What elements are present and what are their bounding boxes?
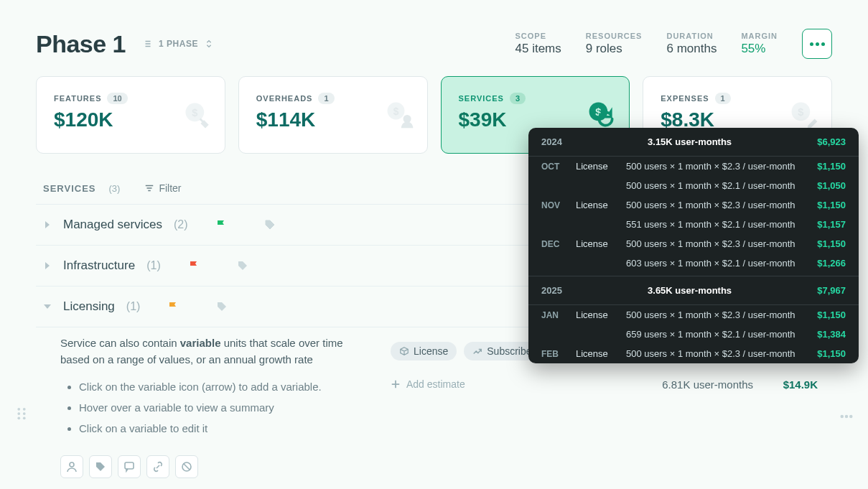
popover-desc: 500 users × 1 month × $2.3 / user-month (626, 161, 806, 172)
card-label: SERVICES (459, 94, 504, 103)
tag-button[interactable] (89, 455, 112, 478)
detail-text: Service can also contain variable units … (60, 335, 362, 478)
person-dollar-icon: $ (384, 99, 416, 131)
popover-value: $1,150 (806, 161, 846, 172)
stat-label: RESOURCES (586, 32, 643, 40)
card-features[interactable]: FEATURES 10 $120K $ (36, 76, 225, 154)
list-icon (143, 39, 153, 49)
stat-value: 9 roles (586, 42, 643, 56)
svg-text:$: $ (798, 106, 803, 118)
asterisk-icon[interactable] (213, 260, 224, 271)
card-overheads[interactable]: OVERHEADS 1 $114K $ (238, 76, 428, 154)
stat-label: DURATION (666, 32, 717, 40)
refresh-dollar-icon: $ (586, 99, 617, 131)
card-count: 1 (318, 93, 334, 104)
popover-month: FEB (541, 349, 576, 359)
detail-actions (60, 455, 362, 478)
chevron-right-icon[interactable] (43, 220, 52, 229)
stat-scope: SCOPE 45 items (515, 32, 561, 56)
variable-summary-popover: 2024 3.15K user-months $6,923 OCTLicense… (528, 128, 859, 363)
popover-category: License (576, 238, 626, 249)
svg-point-12 (17, 408, 20, 411)
comment-button[interactable] (118, 455, 141, 478)
chevron-down-icon[interactable] (43, 302, 52, 311)
tag-icon[interactable] (237, 260, 248, 271)
stat-resources: RESOURCES 9 roles (586, 32, 643, 56)
tag-license[interactable]: License (391, 342, 457, 360)
row-icons (188, 260, 248, 271)
popover-value: $1,157 (806, 219, 846, 230)
bullet: Click on a variable to edit it (79, 420, 362, 437)
stat-label: MARGIN (741, 32, 778, 40)
popover-value: $1,150 (806, 200, 846, 210)
popover-value: $1,150 (806, 348, 846, 359)
tag-icon[interactable] (216, 301, 228, 312)
header-right: SCOPE 45 items RESOURCES 9 roles DURATIO… (515, 29, 832, 59)
svg-point-17 (23, 416, 26, 419)
stat-label: SCOPE (515, 32, 561, 40)
card-label: EXPENSES (661, 94, 709, 103)
flag-icon[interactable] (188, 260, 200, 271)
popover-desc: 500 users × 1 month × $2.3 / user-month (626, 200, 806, 210)
detail-text-b: variable (180, 337, 221, 349)
popover-year-row: 2025 3.65K user-months $7,967 (528, 276, 859, 305)
service-count: (1) (146, 259, 161, 272)
svg-point-18 (841, 415, 844, 419)
filter-button[interactable]: Filter (144, 182, 181, 194)
popover-year-units: 3.15K user-months (648, 136, 732, 147)
bullet: Click on the variable icon (arrow) to ad… (79, 378, 362, 395)
popover-year-row: 2024 3.15K user-months $6,923 (528, 128, 859, 157)
popover-value: $1,384 (806, 329, 846, 340)
filter-label: Filter (159, 182, 181, 194)
popover-line: 659 users × 1 month × $2.1 / user-month$… (528, 325, 859, 344)
header-left: Phase 1 1 PHASE (36, 30, 214, 58)
stat-value: 6 months (666, 42, 717, 56)
popover-line: DECLicense500 users × 1 month × $2.3 / u… (528, 234, 859, 253)
row-icons (215, 219, 276, 230)
trend-up-icon (472, 346, 482, 356)
card-label: FEATURES (54, 94, 101, 103)
svg-point-15 (23, 412, 26, 415)
block-button[interactable] (175, 455, 198, 478)
popover-month: DEC (541, 239, 576, 249)
popover-line: FEBLicense500 users × 1 month × $2.3 / u… (528, 344, 859, 363)
service-count: (1) (126, 300, 141, 313)
link-button[interactable] (146, 455, 169, 478)
flag-icon[interactable] (215, 219, 227, 230)
detail-text-a: Service can also contain (60, 337, 180, 349)
stat-margin: MARGIN 55% (741, 32, 778, 56)
svg-rect-10 (125, 462, 134, 469)
asterisk-icon[interactable] (240, 219, 251, 230)
page-title: Phase 1 (36, 30, 126, 58)
popover-desc: 500 users × 1 month × $2.1 / user-month (626, 180, 806, 191)
svg-point-20 (849, 415, 853, 419)
plus-icon (391, 379, 401, 389)
tag-icon[interactable] (264, 219, 276, 230)
pencil-dollar-icon: $ (788, 99, 820, 131)
popover-desc: 551 users × 1 month × $2.1 / user-month (626, 219, 806, 230)
chevron-right-icon[interactable] (43, 261, 52, 270)
popover-year: 2024 (541, 136, 562, 147)
svg-point-19 (845, 415, 849, 419)
svg-point-14 (17, 412, 20, 415)
card-label: OVERHEADS (256, 94, 313, 103)
asterisk-icon[interactable] (192, 301, 203, 312)
popover-desc: 659 users × 1 month × $2.1 / user-month (626, 329, 806, 340)
more-button[interactable] (802, 29, 832, 59)
add-estimate-button[interactable]: Add estimate (391, 376, 465, 393)
popover-line: 500 users × 1 month × $2.1 / user-month$… (528, 176, 859, 195)
popover-month: OCT (541, 162, 576, 172)
more-horizontal-icon[interactable] (839, 409, 854, 424)
stat-duration: DURATION 6 months (666, 32, 717, 56)
drag-handle-icon[interactable] (14, 406, 29, 421)
popover-line: 551 users × 1 month × $2.1 / user-month$… (528, 215, 859, 234)
wrench-dollar-icon: $ (182, 99, 213, 131)
add-estimate-label: Add estimate (406, 378, 465, 390)
service-name: Infrastructure (63, 259, 135, 273)
phase-selector[interactable]: 1 PHASE (143, 39, 214, 49)
popover-value: $1,050 (806, 180, 846, 191)
popover-category: License (576, 200, 626, 210)
flag-icon[interactable] (167, 301, 179, 312)
assignee-button[interactable] (60, 455, 83, 478)
service-count: (2) (174, 218, 188, 231)
